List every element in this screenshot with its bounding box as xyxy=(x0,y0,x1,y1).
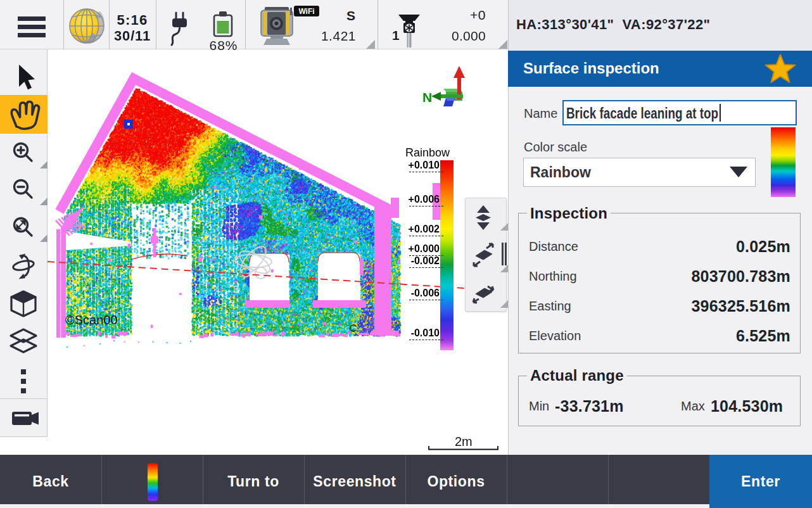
svg-text:WiFi: WiFi xyxy=(298,7,314,16)
svg-text:N: N xyxy=(422,90,432,105)
